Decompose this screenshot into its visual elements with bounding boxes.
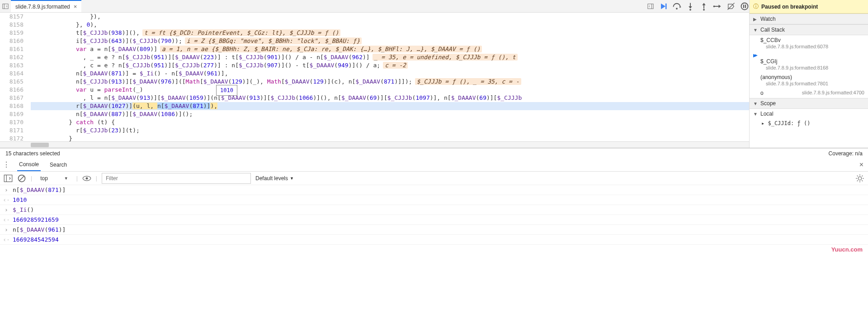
code-line[interactable]: 8161 var a = n[$_DAAAV(809)]a = 1, n = a… [0, 45, 749, 53]
info-icon: ⓘ [753, 3, 759, 10]
code-line[interactable]: 8171 r[$_CJJJb(23)](t); [0, 126, 749, 135]
console-output[interactable]: ›n[$_DAAAV(871)]‹·1010›$_Ii()‹·166928592… [0, 185, 868, 317]
debugger-sidebar: ⓘ Paused on breakpoint ▶Watch ▼Call Stac… [750, 0, 868, 148]
toggle-navigator-button[interactable] [0, 0, 11, 12]
svg-point-10 [689, 9, 691, 10]
svg-rect-21 [4, 175, 12, 182]
svg-rect-19 [743, 5, 744, 8]
svg-point-13 [703, 9, 705, 10]
code-line[interactable]: 8164 n[$_DAAAV(871)] = $_Ii() - n[$_DAAA… [0, 70, 749, 78]
coverage-status: Coverage: n/a [829, 150, 863, 157]
clear-console-button[interactable] [17, 174, 26, 183]
code-line[interactable]: 8157 }), [0, 13, 749, 21]
code-line[interactable]: 8170 } catch (t) { [0, 118, 749, 126]
code-line[interactable]: 8162 , _ = e ? n[$_CJJJb(951)][$_DAAAV(2… [0, 53, 749, 61]
pause-on-exceptions-button[interactable] [740, 2, 749, 11]
code-line[interactable]: 8166 var u = parseInt(_)1010 [0, 86, 749, 94]
svg-rect-20 [745, 5, 746, 8]
svg-point-27 [858, 177, 862, 180]
code-line[interactable]: 8158 }, 0), [0, 21, 749, 29]
resume-button[interactable] [659, 2, 668, 11]
scope-section-header[interactable]: ▼Scope [750, 98, 868, 109]
pause-banner: ⓘ Paused on breakpoint [750, 0, 868, 14]
callstack-frame[interactable]: $_CCBvslide.7.8.9.js:formatted:6078 [750, 35, 868, 51]
value-tooltip: 1010 [216, 85, 237, 96]
svg-point-16 [713, 5, 715, 7]
context-selector[interactable]: top▼ [37, 174, 72, 182]
code-line[interactable]: 8160 i[$_CJJJb(643)]($_CJJJb(790));i = Z… [0, 37, 749, 45]
code-line[interactable]: 8169 n[$_DAAAV(887)][$_DAAAV(1086)](); [0, 110, 749, 118]
scope-local-variable[interactable]: ▸ $_CJJId: ƒ () [750, 119, 868, 128]
svg-marker-4 [661, 3, 665, 9]
code-line[interactable]: 8172 } [0, 135, 749, 141]
console-toolbar: | top▼ | | Default levels ▼ [0, 172, 868, 185]
code-editor[interactable]: 8157 }),8158 }, 0),8159 t[$_CJJJb(938)](… [0, 13, 749, 141]
drawer-tabbar: ⋮ Console Search × [0, 158, 868, 172]
step-button[interactable] [713, 2, 722, 11]
search-tab[interactable]: Search [48, 159, 69, 171]
local-section-header[interactable]: ▼Local [750, 109, 868, 119]
code-line[interactable]: 8163 , c = e ? n[$_CJJJb(951)][$_CJJJb(2… [0, 61, 749, 70]
live-expression-button[interactable] [82, 174, 91, 183]
tab-title: slide.7.8.9.js:formatted [15, 4, 70, 10]
callstack-frame[interactable]: (anonymous)slide.7.8.9.js:formatted:7801 [750, 72, 868, 88]
svg-point-26 [85, 177, 88, 179]
console-output-row: ‹·1669285921659 [0, 215, 868, 225]
callstack-section-header[interactable]: ▼Call Stack [750, 24, 868, 35]
svg-point-18 [741, 3, 748, 9]
svg-rect-2 [648, 4, 653, 9]
toggle-console-sidebar-button[interactable] [4, 174, 13, 183]
toggle-debugger-button[interactable] [645, 0, 656, 12]
svg-point-6 [676, 8, 678, 9]
editor-tabbar: slide.7.8.9.js:formatted × [0, 0, 749, 13]
svg-marker-12 [702, 3, 706, 5]
svg-marker-9 [689, 6, 692, 9]
svg-marker-15 [719, 5, 721, 8]
console-input-row: ›n[$_DAAAV(871)] [0, 185, 868, 195]
console-output-row: ‹·1010 [0, 195, 868, 205]
watch-section-header[interactable]: ▶Watch [750, 14, 868, 24]
svg-rect-0 [3, 4, 8, 9]
console-tab[interactable]: Console [17, 158, 41, 171]
step-into-button[interactable] [686, 2, 695, 11]
step-over-button[interactable] [672, 2, 681, 11]
svg-line-24 [19, 176, 24, 181]
code-line[interactable]: 8167 , l = n[$_DAAAV(913)][$_DAAAV(1059)… [0, 94, 749, 102]
close-tab-button[interactable]: × [74, 3, 77, 10]
console-output-row: ‹·1669284542594 [0, 235, 868, 245]
deactivate-breakpoints-button[interactable] [726, 2, 736, 11]
drawer-menu-button[interactable]: ⋮ [3, 160, 10, 169]
selection-status: 15 characters selected [5, 150, 60, 157]
step-out-button[interactable] [699, 2, 708, 11]
console-filter-input[interactable] [102, 173, 251, 184]
log-levels-selector[interactable]: Default levels ▼ [255, 175, 294, 182]
horizontal-scrollbar[interactable] [0, 141, 749, 148]
editor-statusbar: 15 characters selected Coverage: n/a [0, 148, 868, 158]
close-drawer-button[interactable]: × [859, 161, 865, 169]
svg-rect-5 [665, 3, 667, 9]
callstack-frame[interactable]: ▶$_CGIjslide.7.8.9.js:formatted:8168 [750, 51, 868, 72]
callstack-frame[interactable]: oslide.7.8.9.js:formatted:4700 [750, 88, 868, 98]
console-settings-button[interactable] [855, 174, 864, 183]
console-input-row: ›$_Ii() [0, 205, 868, 215]
code-line[interactable]: 8168 r[$_DAAAV(1027)](u, l, n[$_DAAAV(87… [0, 102, 749, 110]
code-line[interactable]: 8159 t[$_CJJJb(938)](),t = ft {$_DCD: Po… [0, 29, 749, 37]
source-tab[interactable]: slide.7.8.9.js:formatted × [11, 0, 81, 12]
console-input-row: ›n[$_DAAAV(961)] [0, 225, 868, 235]
code-line[interactable]: 8165 n[$_CJJJb(913)][$_DAAAV(976)]([Math… [0, 78, 749, 86]
